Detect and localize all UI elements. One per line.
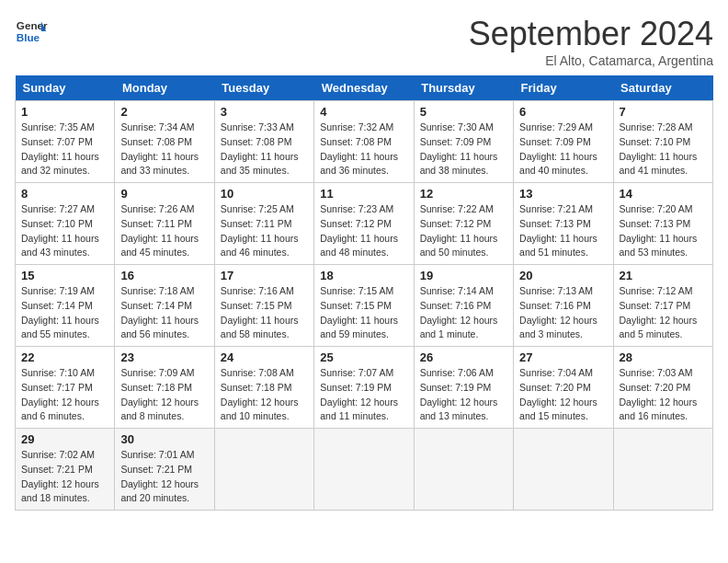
calendar-day-cell: 4Sunrise: 7:32 AM Sunset: 7:08 PM Daylig… xyxy=(314,101,414,183)
empty-cell xyxy=(613,429,712,511)
calendar-day-cell: 14Sunrise: 7:20 AM Sunset: 7:13 PM Dayli… xyxy=(613,183,712,265)
day-info: Sunrise: 7:26 AM Sunset: 7:11 PM Dayligh… xyxy=(120,202,208,260)
day-info: Sunrise: 7:02 AM Sunset: 7:21 PM Dayligh… xyxy=(21,448,108,506)
calendar-day-cell: 26Sunrise: 7:06 AM Sunset: 7:19 PM Dayli… xyxy=(414,347,513,429)
day-number: 9 xyxy=(120,187,208,201)
day-info: Sunrise: 7:01 AM Sunset: 7:21 PM Dayligh… xyxy=(120,448,208,506)
day-info: Sunrise: 7:09 AM Sunset: 7:18 PM Dayligh… xyxy=(120,366,208,424)
calendar-day-cell: 19Sunrise: 7:14 AM Sunset: 7:16 PM Dayli… xyxy=(414,265,513,347)
calendar-day-cell: 1Sunrise: 7:35 AM Sunset: 7:07 PM Daylig… xyxy=(16,101,115,183)
week-row-2: 8Sunrise: 7:27 AM Sunset: 7:10 PM Daylig… xyxy=(16,183,713,265)
empty-cell xyxy=(314,429,414,511)
day-number: 29 xyxy=(21,432,108,446)
day-number: 21 xyxy=(620,269,707,282)
day-info: Sunrise: 7:21 AM Sunset: 7:13 PM Dayligh… xyxy=(519,202,607,260)
week-row-5: 29Sunrise: 7:02 AM Sunset: 7:21 PM Dayli… xyxy=(16,429,713,511)
location-subtitle: El Alto, Catamarca, Argentina xyxy=(469,53,713,68)
calendar-day-cell: 22Sunrise: 7:10 AM Sunset: 7:17 PM Dayli… xyxy=(16,347,115,429)
day-info: Sunrise: 7:12 AM Sunset: 7:17 PM Dayligh… xyxy=(620,284,707,342)
day-number: 10 xyxy=(221,187,308,201)
day-number: 30 xyxy=(120,432,208,446)
day-info: Sunrise: 7:27 AM Sunset: 7:10 PM Dayligh… xyxy=(21,202,108,260)
week-row-3: 15Sunrise: 7:19 AM Sunset: 7:14 PM Dayli… xyxy=(16,265,713,347)
calendar-day-cell: 12Sunrise: 7:22 AM Sunset: 7:12 PM Dayli… xyxy=(414,183,513,265)
calendar-day-cell: 15Sunrise: 7:19 AM Sunset: 7:14 PM Dayli… xyxy=(16,265,115,347)
day-number: 22 xyxy=(21,350,108,364)
day-number: 1 xyxy=(21,105,108,119)
day-number: 26 xyxy=(420,350,507,364)
day-number: 14 xyxy=(620,187,707,201)
day-number: 16 xyxy=(120,269,208,282)
calendar-day-cell: 7Sunrise: 7:28 AM Sunset: 7:10 PM Daylig… xyxy=(613,101,712,183)
svg-text:Blue: Blue xyxy=(17,31,40,43)
day-info: Sunrise: 7:32 AM Sunset: 7:08 PM Dayligh… xyxy=(320,121,407,178)
day-number: 19 xyxy=(420,269,507,282)
day-number: 5 xyxy=(420,105,507,119)
col-monday: Monday xyxy=(115,75,214,101)
calendar-day-cell: 27Sunrise: 7:04 AM Sunset: 7:20 PM Dayli… xyxy=(514,347,613,429)
day-number: 6 xyxy=(519,105,607,119)
col-tuesday: Tuesday xyxy=(214,75,313,101)
day-number: 7 xyxy=(620,105,707,119)
calendar-day-cell: 30Sunrise: 7:01 AM Sunset: 7:21 PM Dayli… xyxy=(115,429,214,511)
calendar-day-cell: 13Sunrise: 7:21 AM Sunset: 7:13 PM Dayli… xyxy=(514,183,613,265)
day-number: 4 xyxy=(320,105,407,119)
calendar-day-cell: 20Sunrise: 7:13 AM Sunset: 7:16 PM Dayli… xyxy=(514,265,613,347)
col-friday: Friday xyxy=(514,75,613,101)
day-info: Sunrise: 7:30 AM Sunset: 7:09 PM Dayligh… xyxy=(420,121,507,178)
calendar-table: Sunday Monday Tuesday Wednesday Thursday… xyxy=(15,75,713,511)
day-number: 12 xyxy=(420,187,507,201)
day-number: 2 xyxy=(120,105,208,119)
day-number: 27 xyxy=(519,350,607,364)
logo-icon: General Blue xyxy=(15,15,48,48)
day-number: 18 xyxy=(320,269,407,282)
day-number: 15 xyxy=(21,269,108,282)
col-wednesday: Wednesday xyxy=(314,75,414,101)
title-area: September 2024 El Alto, Catamarca, Argen… xyxy=(469,15,713,68)
day-info: Sunrise: 7:18 AM Sunset: 7:14 PM Dayligh… xyxy=(120,284,208,342)
calendar-day-cell: 9Sunrise: 7:26 AM Sunset: 7:11 PM Daylig… xyxy=(115,183,214,265)
calendar-day-cell: 8Sunrise: 7:27 AM Sunset: 7:10 PM Daylig… xyxy=(16,183,115,265)
calendar-day-cell: 10Sunrise: 7:25 AM Sunset: 7:11 PM Dayli… xyxy=(214,183,313,265)
day-info: Sunrise: 7:08 AM Sunset: 7:18 PM Dayligh… xyxy=(221,366,308,424)
day-info: Sunrise: 7:16 AM Sunset: 7:15 PM Dayligh… xyxy=(221,284,308,342)
calendar-day-cell: 24Sunrise: 7:08 AM Sunset: 7:18 PM Dayli… xyxy=(214,347,313,429)
day-info: Sunrise: 7:35 AM Sunset: 7:07 PM Dayligh… xyxy=(21,121,108,178)
day-info: Sunrise: 7:03 AM Sunset: 7:20 PM Dayligh… xyxy=(620,366,707,424)
day-info: Sunrise: 7:07 AM Sunset: 7:19 PM Dayligh… xyxy=(320,366,407,424)
calendar-header-row: Sunday Monday Tuesday Wednesday Thursday… xyxy=(16,75,713,101)
day-number: 20 xyxy=(519,269,607,282)
day-info: Sunrise: 7:23 AM Sunset: 7:12 PM Dayligh… xyxy=(320,202,407,260)
day-number: 25 xyxy=(320,350,407,364)
page-header: General Blue September 2024 El Alto, Cat… xyxy=(15,15,713,68)
calendar-day-cell: 2Sunrise: 7:34 AM Sunset: 7:08 PM Daylig… xyxy=(115,101,214,183)
empty-cell xyxy=(514,429,613,511)
week-row-1: 1Sunrise: 7:35 AM Sunset: 7:07 PM Daylig… xyxy=(16,101,713,183)
calendar-day-cell: 18Sunrise: 7:15 AM Sunset: 7:15 PM Dayli… xyxy=(314,265,414,347)
calendar-day-cell: 5Sunrise: 7:30 AM Sunset: 7:09 PM Daylig… xyxy=(414,101,513,183)
col-sunday: Sunday xyxy=(16,75,115,101)
day-info: Sunrise: 7:22 AM Sunset: 7:12 PM Dayligh… xyxy=(420,202,507,260)
calendar-day-cell: 29Sunrise: 7:02 AM Sunset: 7:21 PM Dayli… xyxy=(16,429,115,511)
empty-cell xyxy=(214,429,313,511)
day-number: 17 xyxy=(221,269,308,282)
month-title: September 2024 xyxy=(469,15,713,53)
day-info: Sunrise: 7:28 AM Sunset: 7:10 PM Dayligh… xyxy=(620,121,707,178)
day-number: 23 xyxy=(120,350,208,364)
week-row-4: 22Sunrise: 7:10 AM Sunset: 7:17 PM Dayli… xyxy=(16,347,713,429)
calendar-day-cell: 3Sunrise: 7:33 AM Sunset: 7:08 PM Daylig… xyxy=(214,101,313,183)
calendar-day-cell: 28Sunrise: 7:03 AM Sunset: 7:20 PM Dayli… xyxy=(613,347,712,429)
day-info: Sunrise: 7:33 AM Sunset: 7:08 PM Dayligh… xyxy=(221,121,308,178)
calendar-day-cell: 16Sunrise: 7:18 AM Sunset: 7:14 PM Dayli… xyxy=(115,265,214,347)
day-info: Sunrise: 7:10 AM Sunset: 7:17 PM Dayligh… xyxy=(21,366,108,424)
calendar-day-cell: 23Sunrise: 7:09 AM Sunset: 7:18 PM Dayli… xyxy=(115,347,214,429)
calendar-day-cell: 6Sunrise: 7:29 AM Sunset: 7:09 PM Daylig… xyxy=(514,101,613,183)
logo: General Blue xyxy=(15,15,48,48)
day-number: 28 xyxy=(620,350,707,364)
calendar-day-cell: 21Sunrise: 7:12 AM Sunset: 7:17 PM Dayli… xyxy=(613,265,712,347)
calendar-day-cell: 11Sunrise: 7:23 AM Sunset: 7:12 PM Dayli… xyxy=(314,183,414,265)
day-number: 3 xyxy=(221,105,308,119)
calendar-day-cell: 25Sunrise: 7:07 AM Sunset: 7:19 PM Dayli… xyxy=(314,347,414,429)
day-info: Sunrise: 7:34 AM Sunset: 7:08 PM Dayligh… xyxy=(120,121,208,178)
day-info: Sunrise: 7:14 AM Sunset: 7:16 PM Dayligh… xyxy=(420,284,507,342)
